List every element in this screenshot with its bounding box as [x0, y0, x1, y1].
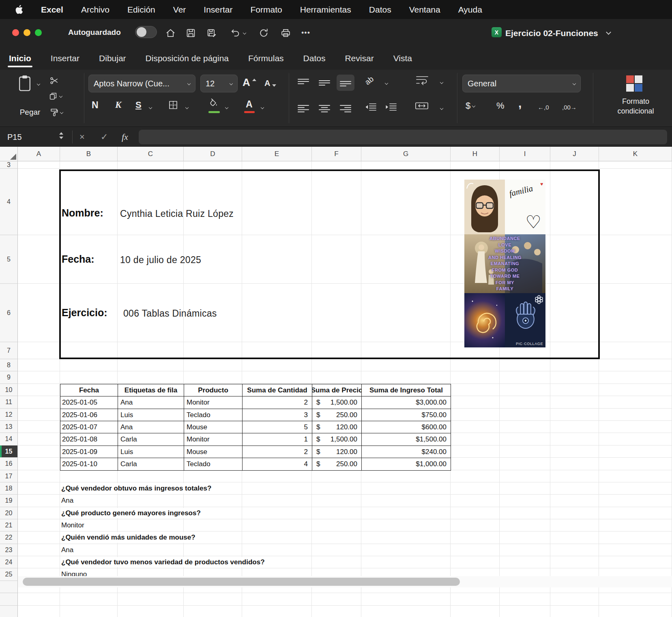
- cell-D4[interactable]: [184, 169, 242, 235]
- align-bottom-button[interactable]: [337, 75, 354, 91]
- undo-button[interactable]: [228, 26, 243, 40]
- underline-button[interactable]: S: [135, 100, 142, 110]
- cell-G17[interactable]: [361, 470, 451, 482]
- undo-chevron-icon[interactable]: [243, 31, 246, 34]
- cell-J20[interactable]: [550, 507, 599, 519]
- cell-E17[interactable]: [242, 470, 312, 482]
- apple-menu[interactable]: [15, 5, 23, 14]
- cell-I19[interactable]: [500, 495, 550, 507]
- cell-F8[interactable]: [312, 359, 361, 371]
- cell-C28[interactable]: [118, 606, 184, 617]
- cell-G6[interactable]: [361, 284, 451, 342]
- home-button[interactable]: [163, 26, 178, 40]
- cell-E6[interactable]: [242, 284, 312, 342]
- pivot-cell-producto[interactable]: Monitor: [184, 396, 243, 409]
- row-header-5[interactable]: 5: [0, 235, 18, 284]
- cell-K16[interactable]: [599, 458, 672, 470]
- cell-C17[interactable]: [118, 470, 184, 482]
- cell-D19[interactable]: [184, 495, 242, 507]
- cell-I9[interactable]: [500, 371, 550, 384]
- cell-K15[interactable]: [599, 446, 672, 458]
- cell-J17[interactable]: [550, 470, 599, 482]
- row-header-14[interactable]: 14: [0, 433, 18, 446]
- menu-item-ver[interactable]: Ver: [173, 5, 186, 15]
- cell-F20[interactable]: [312, 507, 361, 519]
- cell-H28[interactable]: [451, 606, 500, 617]
- cell-B8[interactable]: [60, 359, 118, 371]
- cell-J22[interactable]: [550, 531, 599, 544]
- row-header-4[interactable]: 4: [0, 169, 18, 235]
- cell-K6[interactable]: [599, 284, 672, 342]
- minimize-window-button[interactable]: [24, 29, 30, 36]
- row-header-26[interactable]: [0, 581, 18, 593]
- print-button[interactable]: [278, 26, 293, 40]
- increase-decimal-button[interactable]: ←,0: [538, 104, 549, 111]
- select-all-corner[interactable]: [0, 147, 18, 161]
- ribbon-tab-dibujar[interactable]: Dibujar: [99, 47, 126, 70]
- cell-K10[interactable]: [599, 384, 672, 396]
- cell-E27[interactable]: [242, 593, 312, 606]
- cell-A14[interactable]: [18, 433, 60, 446]
- cell-H27[interactable]: [451, 593, 500, 606]
- cell-I16[interactable]: [500, 458, 550, 470]
- cell-H19[interactable]: [451, 495, 500, 507]
- cell-I12[interactable]: [500, 409, 550, 421]
- cell-F21[interactable]: [312, 519, 361, 531]
- cell-A15[interactable]: [18, 446, 60, 458]
- pivot-cell-ingreso[interactable]: $240.00: [362, 446, 451, 458]
- cell-F28[interactable]: [312, 606, 361, 617]
- pivot-cell-ingreso[interactable]: $1,500.00: [362, 433, 451, 446]
- merge-center-chevron-icon[interactable]: [440, 107, 443, 110]
- row-header-15[interactable]: 15: [0, 446, 18, 458]
- cell-A3[interactable]: [18, 161, 60, 169]
- close-window-button[interactable]: [12, 29, 19, 36]
- menu-item-herramientas[interactable]: Herramientas: [300, 5, 351, 15]
- zoom-window-button[interactable]: [35, 29, 42, 36]
- cell-G19[interactable]: [361, 495, 451, 507]
- cell-K8[interactable]: [599, 359, 672, 371]
- pivot-cell-fecha[interactable]: 2025-01-07: [60, 421, 118, 433]
- autosave-toggle[interactable]: [135, 26, 157, 38]
- cell-C3[interactable]: [118, 161, 184, 169]
- cell-C23[interactable]: [118, 544, 184, 556]
- row-header-19[interactable]: 19: [0, 495, 18, 507]
- row-header-20[interactable]: 20: [0, 507, 18, 519]
- pivot-cell-ingreso[interactable]: $3,000.00: [362, 396, 451, 409]
- cell-E8[interactable]: [242, 359, 312, 371]
- pivot-header-fecha[interactable]: Fecha: [60, 384, 118, 396]
- cell-F4[interactable]: [312, 169, 361, 235]
- cell-I10[interactable]: [500, 384, 550, 396]
- column-header-C[interactable]: C: [118, 147, 184, 161]
- cell-D9[interactable]: [184, 371, 242, 384]
- cell-K7[interactable]: [599, 342, 672, 359]
- cell-D28[interactable]: [184, 606, 242, 617]
- pivot-header-producto[interactable]: Producto: [184, 384, 243, 396]
- cell-E7[interactable]: [242, 342, 312, 359]
- cell-K11[interactable]: [599, 396, 672, 409]
- pivot-cell-vendedor[interactable]: Carla: [118, 458, 184, 471]
- cell-H22[interactable]: [451, 531, 500, 544]
- cell-F3[interactable]: [312, 161, 361, 169]
- cell-I15[interactable]: [500, 446, 550, 458]
- decrease-indent-button[interactable]: [364, 102, 377, 112]
- cell-I14[interactable]: [500, 433, 550, 446]
- cell-D8[interactable]: [184, 359, 242, 371]
- cell-F6[interactable]: [312, 284, 361, 342]
- font-name-select[interactable]: Aptos Narrow (Cue...: [88, 75, 195, 92]
- cell-D21[interactable]: [184, 519, 242, 531]
- cell-G4[interactable]: [361, 169, 451, 235]
- percent-format-button[interactable]: %: [496, 101, 505, 111]
- pivot-cell-vendedor[interactable]: Ana: [118, 421, 184, 433]
- cell-H17[interactable]: [451, 470, 500, 482]
- cell-H13[interactable]: [451, 421, 500, 433]
- pivot-cell-ingreso[interactable]: $600.00: [362, 421, 451, 433]
- cell-F9[interactable]: [312, 371, 361, 384]
- cell-E20[interactable]: [242, 507, 312, 519]
- row-header-8[interactable]: 8: [0, 359, 18, 371]
- row-header-3[interactable]: 3: [0, 161, 18, 169]
- cell-A13[interactable]: [18, 421, 60, 433]
- text-orientation-button[interactable]: ab: [365, 76, 374, 85]
- confirm-entry-button[interactable]: ✓: [101, 127, 108, 147]
- font-color-button[interactable]: A: [246, 99, 253, 110]
- cell-G21[interactable]: [361, 519, 451, 531]
